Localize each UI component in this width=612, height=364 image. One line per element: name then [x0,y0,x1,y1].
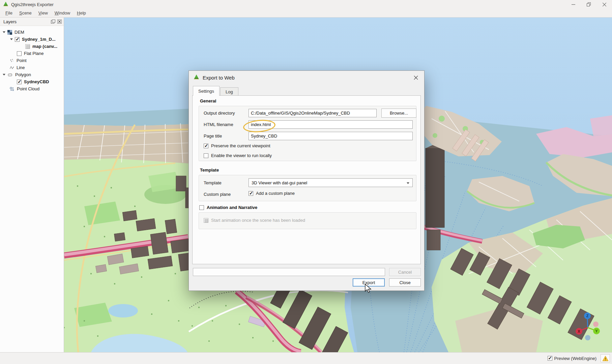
axis-x-label: X [578,329,580,333]
dialog-title: Export to Web [203,75,235,81]
cancel-button[interactable]: Cancel [389,268,421,276]
layer-label: Point Cloud [17,86,39,91]
enable-local-label: Enable the viewer to run locally [211,153,272,158]
layer-item-polygon[interactable]: Polygon [0,71,64,78]
template-heading: Template [200,168,219,173]
polygon-layer-icon [7,72,13,77]
layer-item-flat-plane[interactable]: Flat Plane [0,50,64,57]
axis-y-label: Y [595,329,598,333]
enable-local-row[interactable]: Enable the viewer to run locally [204,153,272,158]
chevron-down-icon [407,182,409,184]
browse-button[interactable]: Browse... [381,109,416,118]
start-animation-row: Start animation once the scene has been … [204,218,305,223]
custom-plane-checkbox-label: Add a custom plane [256,191,295,196]
html-filename-input[interactable] [249,120,413,129]
layer-checkbox-grayed[interactable] [25,44,30,49]
custom-plane-row[interactable]: Add a custom plane [249,191,295,196]
status-bar: Preview (WebEngine) [0,352,612,364]
layer-checkbox[interactable] [15,37,20,42]
custom-plane-label: Custom plane [204,192,231,197]
raster-layer-icon [7,30,12,35]
animation-section-row[interactable]: Animation and Narrative [199,205,257,210]
dialog-tabs: Settings Log [193,86,239,96]
menu-file[interactable]: File [2,9,16,17]
animation-checkbox[interactable] [199,205,204,210]
export-progress-bar [193,268,385,276]
layers-tree: DEM Sydney_1m_D... map (canv... Flat Pla… [0,26,64,92]
window-title: Qgis2threejs Exporter [11,2,54,7]
layers-panel-header: Layers [0,18,64,26]
general-groupbox: Output directory Browse... HTML filename… [199,106,416,161]
dialog-icon [194,74,199,81]
preserve-viewpoint-row[interactable]: Preserve the current viewpoint [204,143,270,148]
custom-plane-checkbox[interactable] [249,191,253,196]
window-titlebar: Qgis2threejs Exporter [0,0,612,9]
template-selected-value: 3D Viewer with dat-gui panel [252,180,307,185]
restore-button[interactable] [581,0,596,9]
layers-panel-title: Layers [3,19,17,24]
axis-neg-z-icon [585,335,590,340]
export-button[interactable]: Export [353,278,385,286]
menu-view[interactable]: View [35,9,51,17]
animation-groupbox: Start animation once the scene has been … [199,212,416,229]
layer-item-line[interactable]: Line [0,64,64,71]
start-animation-label: Start animation once the scene has been … [211,218,305,223]
app-window: { "window": { "title": "Qgis2threejs Exp… [0,0,612,364]
axis-neg-x-icon [593,322,599,327]
preview-checkbox[interactable] [548,356,552,361]
layer-label: DEM [14,30,24,35]
layer-item-point[interactable]: Point [0,57,64,64]
template-select[interactable]: 3D Viewer with dat-gui panel [249,178,413,187]
layer-checkbox[interactable] [17,51,22,56]
menu-scene[interactable]: Scene [16,9,35,17]
layer-item-map-canvas[interactable]: map (canv... [0,43,64,50]
line-layer-icon [9,65,14,70]
preserve-viewpoint-checkbox[interactable] [204,144,208,148]
panel-float-icon[interactable] [50,19,56,24]
layer-item-dem[interactable]: DEM [0,29,64,36]
general-heading: General [200,98,216,103]
html-filename-label: HTML filename [204,122,233,127]
layer-label: SydneyCBD [24,79,49,84]
warning-button[interactable] [601,354,610,362]
close-button[interactable] [596,0,612,9]
layer-label: Sydney_1m_D... [22,37,56,42]
animation-heading: Animation and Narrative [207,205,257,210]
layer-checkbox[interactable] [17,80,22,84]
template-groupbox: Template 3D Viewer with dat-gui panel Cu… [199,175,416,201]
pond [108,304,138,317]
tab-settings[interactable]: Settings [193,86,220,96]
page-title-label: Page title [204,133,222,139]
layer-label: Point [17,58,27,63]
layer-label: Flat Plane [24,51,44,56]
expand-arrow-icon[interactable] [3,74,5,75]
layer-item-sydney-1m[interactable]: Sydney_1m_D... [0,36,64,43]
output-directory-input[interactable] [249,109,377,117]
preserve-viewpoint-label: Preserve the current viewpoint [211,143,270,148]
page-title-input[interactable] [249,132,413,140]
menu-window[interactable]: Window [51,9,74,17]
point-layer-icon [9,58,14,63]
layer-item-sydneycbd[interactable]: SydneyCBD [0,78,64,85]
preview-label: Preview (WebEngine) [554,356,596,361]
menu-bar: File Scene View Window Help [0,9,612,18]
panel-close-icon[interactable] [57,19,62,24]
minimize-button[interactable] [565,0,581,9]
layers-panel: Layers DEM Sydney_1m_D... map (canv... F… [0,18,64,352]
axis-z-label: Z [586,314,589,318]
output-directory-label: Output directory [204,111,235,116]
enable-local-checkbox[interactable] [204,153,208,158]
layer-label: map (canv... [32,44,57,49]
app-logo-icon [3,1,8,8]
expand-arrow-icon[interactable] [10,38,13,40]
tab-log[interactable]: Log [220,87,238,96]
dialog-titlebar: Export to Web [189,71,424,84]
close-dialog-button[interactable]: Close [389,278,421,286]
dialog-close-icon[interactable] [411,73,421,82]
template-label: Template [204,180,222,185]
expand-arrow-icon[interactable] [3,31,5,33]
menu-help[interactable]: Help [74,9,89,17]
layer-label: Line [17,65,25,70]
layer-label: Polygon [15,72,31,77]
layer-item-point-cloud[interactable]: Point Cloud [0,85,64,92]
